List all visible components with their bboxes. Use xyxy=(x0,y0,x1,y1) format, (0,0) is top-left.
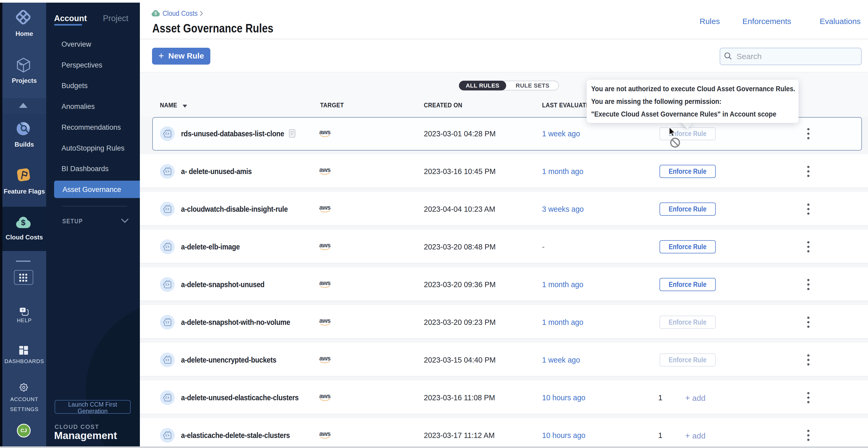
svg-text:aws: aws xyxy=(319,129,331,136)
svg-text:aws: aws xyxy=(319,279,331,286)
svg-text:aws: aws xyxy=(319,392,331,400)
svg-text:aws: aws xyxy=(319,355,331,362)
svg-text:aws: aws xyxy=(319,430,331,437)
svg-text:aws: aws xyxy=(319,166,331,173)
svg-text:?: ? xyxy=(22,308,24,312)
svg-text:aws: aws xyxy=(319,204,331,211)
svg-text:aws: aws xyxy=(319,317,331,324)
svg-text:$: $ xyxy=(154,11,157,16)
svg-text:$: $ xyxy=(21,218,26,227)
svg-text:aws: aws xyxy=(319,242,331,249)
